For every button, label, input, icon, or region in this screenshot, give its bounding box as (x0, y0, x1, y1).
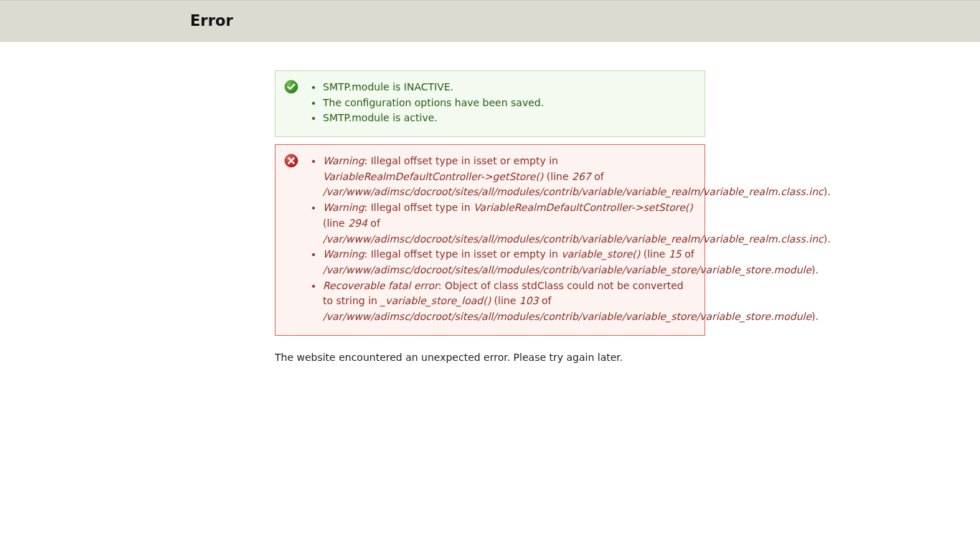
main-content: SMTP.module is INACTIVE. The configurati… (275, 70, 705, 363)
error-path: /var/www/adimsc/docroot/sites/all/module… (323, 186, 824, 197)
status-item: SMTP.module is active. (323, 110, 694, 126)
error-circle-icon (284, 154, 298, 168)
error-item: Recoverable fatal error: Object of class… (323, 278, 694, 325)
error-line: 267 (572, 171, 591, 182)
status-item: SMTP.module is INACTIVE. (323, 80, 694, 95)
error-line: 294 (348, 217, 367, 229)
error-function: VariableRealmDefaultController->setStore… (473, 202, 693, 213)
error-line: 103 (519, 295, 539, 306)
error-messages: Warning: Illegal offset type in isset or… (275, 144, 705, 336)
error-function: VariableRealmDefaultController->getStore… (323, 171, 543, 182)
page-header: Error (0, 0, 980, 42)
error-label: Warning (323, 202, 364, 213)
error-path: /var/www/adimsc/docroot/sites/all/module… (323, 233, 824, 245)
error-list: Warning: Illegal offset type in isset or… (308, 154, 694, 325)
error-item: Warning: Illegal offset type in isset or… (323, 154, 694, 200)
error-path: /var/www/adimsc/docroot/sites/all/module… (323, 311, 811, 322)
error-item: Warning: Illegal offset type in Variable… (323, 200, 694, 247)
error-function: _variable_store_load() (380, 295, 491, 306)
page-title: Error (190, 12, 980, 29)
status-list: SMTP.module is INACTIVE. The configurati… (308, 80, 694, 126)
status-item: The configuration options have been save… (323, 95, 694, 111)
error-label: Recoverable fatal error (323, 280, 438, 291)
page-message: The website encountered an unexpected er… (275, 352, 705, 363)
error-function: variable_store() (561, 248, 640, 260)
error-line: 15 (669, 248, 682, 260)
check-circle-icon (284, 80, 298, 94)
error-path: /var/www/adimsc/docroot/sites/all/module… (323, 264, 811, 276)
status-messages: SMTP.module is INACTIVE. The configurati… (275, 70, 705, 137)
error-label: Warning (323, 155, 364, 166)
error-label: Warning (323, 248, 364, 260)
error-item: Warning: Illegal offset type in isset or… (323, 247, 694, 278)
